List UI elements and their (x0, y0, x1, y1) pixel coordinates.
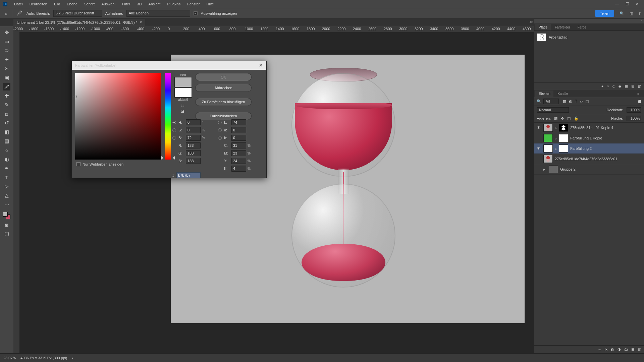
type-tool-icon[interactable]: T (3, 174, 10, 181)
cancel-button[interactable]: Abbrechen (195, 84, 252, 92)
brush-tool-icon[interactable]: ✎ (3, 101, 10, 109)
filter-adjust-icon[interactable]: ◐ (569, 99, 572, 104)
ok-button[interactable]: OK (195, 73, 252, 81)
shape-tool-icon[interactable]: △ (3, 192, 10, 199)
show-ring-checkbox[interactable]: ✓ (194, 11, 198, 15)
radio-a[interactable] (218, 128, 222, 132)
c-input[interactable] (231, 142, 246, 148)
k-input[interactable] (231, 166, 246, 172)
menu-item[interactable]: Hilfe (204, 1, 216, 7)
filter-toggle[interactable] (638, 100, 641, 103)
mask-icon[interactable]: ◐ (611, 347, 614, 352)
stroke-path-icon[interactable]: ○ (607, 84, 609, 88)
share-button[interactable]: Teilen (595, 10, 614, 17)
tab-channels[interactable]: Kanäle (554, 90, 571, 97)
close-tab-icon[interactable]: × (140, 20, 142, 24)
tab-layers[interactable]: Ebenen (535, 90, 553, 97)
layer-row[interactable]: ▸Gruppe 2 (534, 164, 644, 175)
link-layers-icon[interactable]: ∞ (599, 347, 601, 352)
screenmode-icon[interactable]: ▢ (3, 230, 10, 237)
radio-b[interactable] (218, 136, 222, 140)
layer-name[interactable]: 275cd85e81dc7f4f4d276c2c23386c01 (555, 157, 618, 161)
layer-row[interactable]: 275cd85e81dc7f4f4d276c2c23386c01 (534, 154, 644, 164)
color-libs-button[interactable]: Farbbibliotheken (195, 112, 252, 120)
menu-item[interactable]: Auswahl (99, 1, 118, 7)
arrange-icon[interactable]: ◫ (630, 11, 633, 16)
layer-row[interactable]: ⌕Farbfüllung 1 Kopie (534, 133, 644, 143)
m-input[interactable] (231, 150, 246, 156)
lock-all-icon[interactable]: 🔒 (574, 116, 579, 121)
hex-input[interactable] (176, 172, 201, 178)
history-brush-tool-icon[interactable]: ↺ (3, 119, 10, 127)
group-arrow-icon[interactable]: ▸ (543, 167, 547, 172)
delete-path-icon[interactable]: 🗑 (638, 84, 641, 88)
lock-position-icon[interactable]: ✥ (561, 116, 564, 121)
websafe-warning-icon[interactable]: ◪ (181, 109, 185, 114)
crop-tool-icon[interactable]: ✂ (3, 65, 10, 72)
visibility-icon[interactable]: 👁 (536, 125, 541, 130)
layer-thumb[interactable] (543, 134, 553, 142)
l-input[interactable] (231, 119, 246, 125)
layer-thumb[interactable] (543, 155, 553, 163)
group-icon[interactable]: 🗀 (624, 347, 628, 352)
eraser-tool-icon[interactable]: ◧ (3, 128, 10, 136)
menu-item[interactable]: Ansicht (146, 1, 163, 7)
dialog-close-icon[interactable]: ✕ (259, 63, 263, 68)
filter-kind-select[interactable]: Art (543, 99, 559, 104)
add-swatch-button[interactable]: Zu Farbfeldern hinzufügen (195, 98, 252, 106)
menu-item[interactable]: Filter (119, 1, 133, 7)
s-input[interactable] (186, 127, 201, 133)
quickmask-icon[interactable]: ◙ (3, 221, 10, 228)
a-input[interactable] (231, 127, 246, 133)
stamp-tool-icon[interactable]: ⧈ (3, 110, 10, 118)
fill-input[interactable]: 100% (627, 116, 641, 121)
mask-path-icon[interactable]: ◆ (619, 84, 621, 88)
sample-layers-select[interactable]: Alle Ebenen (126, 10, 190, 17)
move-tool-icon[interactable]: ✥ (3, 29, 10, 36)
panel-menu-icon[interactable]: ≡ (634, 90, 643, 97)
b-input[interactable] (231, 135, 246, 141)
collapse-icon[interactable]: » (534, 19, 644, 23)
radio-h[interactable] (172, 121, 176, 124)
sample-size-select[interactable]: 5 x 5 Pixel Durchschnitt (53, 10, 102, 17)
y-input[interactable] (231, 158, 246, 164)
color-swatches[interactable] (3, 212, 10, 219)
tab-paths[interactable]: Pfade (535, 24, 551, 31)
filter-shape-icon[interactable]: ▱ (580, 99, 583, 104)
window-minimize-icon[interactable]: — (615, 2, 619, 6)
menu-item[interactable]: Schrift (82, 1, 97, 7)
radio-bv[interactable] (172, 136, 176, 140)
dodge-tool-icon[interactable]: ◐ (3, 156, 10, 163)
gamut-warning-icon[interactable]: ⬚ (181, 103, 185, 108)
filter-type-icon[interactable]: T (575, 99, 577, 104)
eyedropper-icon[interactable] (16, 10, 23, 17)
saturation-value-field[interactable] (75, 73, 161, 160)
menu-item[interactable]: 3D (134, 1, 144, 7)
filter-smart-icon[interactable]: ◫ (585, 99, 589, 104)
bv-input[interactable] (186, 135, 201, 141)
new-layer-icon[interactable]: ⊞ (631, 347, 634, 352)
mask-thumb[interactable] (559, 144, 568, 153)
collapse-panels-icon[interactable]: ≪ (529, 20, 533, 24)
filter-pixel-icon[interactable]: ▩ (563, 99, 566, 104)
new-path-icon[interactable]: ▦ (625, 84, 628, 88)
menu-item[interactable]: Ebene (64, 1, 80, 7)
opacity-input[interactable]: 100% (627, 107, 641, 113)
menu-item[interactable]: Bearbeiten (27, 1, 50, 7)
fx-icon[interactable]: fx (604, 347, 607, 352)
tab-swatches[interactable]: Farbfelder (551, 24, 574, 31)
frame-tool-icon[interactable]: ▣ (3, 74, 10, 81)
radio-l[interactable] (218, 121, 222, 124)
document-tab[interactable]: Unbenannt-1 bei 23,1% (275cd85e81dc7f4f4… (13, 19, 145, 26)
menu-item[interactable]: Datei (11, 1, 25, 7)
hue-slider[interactable] (165, 73, 171, 160)
selection-path-icon[interactable]: ◇ (612, 84, 615, 88)
layer-row[interactable]: 👁⌕275cd85e81d...01 Kopie 4 (534, 123, 644, 133)
blur-tool-icon[interactable]: ○ (3, 146, 10, 154)
current-color-swatch[interactable] (174, 87, 192, 98)
web-only-checkbox[interactable] (76, 162, 80, 166)
pen-tool-icon[interactable]: ✒ (3, 165, 10, 172)
eyedropper-tool-icon[interactable] (3, 83, 10, 90)
filter-search-icon[interactable]: 🔍 (537, 99, 541, 104)
dialog-titlebar[interactable]: Farbwähler (Volltonfarbe) ✕ (72, 61, 266, 70)
